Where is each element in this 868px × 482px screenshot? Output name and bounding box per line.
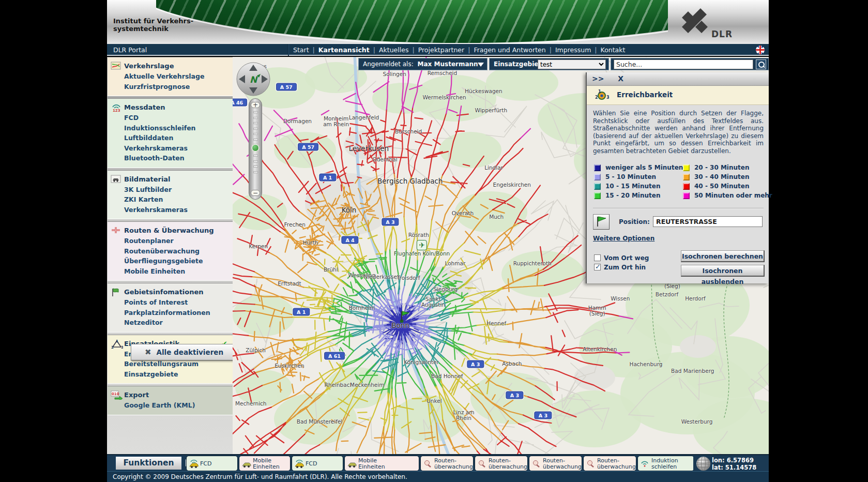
more-options-link[interactable]: Weitere Optionen	[593, 235, 654, 242]
functions-button[interactable]: Funktionen	[115, 456, 182, 471]
sidebar-item-berfliegungsgebiete[interactable]: Überfliegungsgebiete	[124, 256, 230, 266]
english-language-icon[interactable]	[756, 46, 765, 54]
legend-color-swatch	[594, 183, 601, 190]
zoom-ticks	[253, 111, 258, 176]
motorway-shield: A 3	[506, 391, 523, 399]
motorway-shield: A 57	[276, 83, 297, 91]
sidebar-item-luftbilddaten[interactable]: Luftbilddaten	[124, 133, 230, 143]
sidebar-header-gebietsinfomationen[interactable]: Gebietsinfomationen	[124, 287, 230, 297]
legend-color-swatch	[683, 183, 690, 190]
map-zoom-slider[interactable]: + −	[249, 98, 262, 200]
legend-label: 10 - 15 Minuten	[605, 183, 660, 190]
legend-color-swatch	[594, 192, 601, 199]
sidebar-header-messdaten[interactable]: Messdaten123	[124, 102, 230, 113]
nav-item-impressum[interactable]: Impressum	[555, 46, 591, 54]
nav-separator: |	[595, 46, 597, 54]
sidebar-header-bildmaterial[interactable]: Bildmaterial	[124, 174, 230, 185]
sidebar-item-fcd[interactable]: FCD	[124, 113, 230, 123]
magnifier-icon	[477, 459, 488, 469]
panel-collapse-icon[interactable]: >>	[592, 74, 604, 83]
function-tab-routen-berwachung[interactable]: Routen-überwachung	[475, 456, 528, 471]
sidebar-item-induktionsschleifen[interactable]: Induktionsschleifen	[124, 123, 230, 133]
motorway-shield: A 1	[293, 308, 310, 316]
position-input[interactable]	[653, 216, 763, 227]
legend-item: 15 - 20 Minuten	[594, 191, 682, 201]
sidebar-item-zki-karten[interactable]: ZKI Karten	[124, 194, 230, 205]
zoom-out-icon[interactable]: −	[251, 190, 260, 196]
page-header: Institut für Verkehrs- systemtechnik DLR	[107, 0, 769, 44]
checkbox-icon[interactable]	[594, 264, 601, 270]
sidebar-item-kurzfristprognose[interactable]: Kurzfristprognose	[124, 82, 230, 92]
map-pan-control[interactable]: N	[236, 62, 271, 99]
function-tab-fcd[interactable]: FCD	[292, 456, 343, 471]
position-flag-marker[interactable]	[400, 310, 410, 325]
nav-separator: |	[313, 46, 315, 54]
copyright-text: Copyright © 2009 Deutsches Zentrum für L…	[113, 473, 407, 480]
deactivate-all-button[interactable]: ✖Alle deaktivieren	[131, 344, 237, 360]
area-flag-icon	[111, 288, 122, 297]
sidebar-item-parkplatzinformationen[interactable]: Parkplatzinformationen	[124, 308, 230, 318]
airplane-icon: ✈	[417, 240, 427, 250]
logged-in-box[interactable]: Angemeldet als: Max Mustermann	[358, 58, 488, 70]
search-icon[interactable]	[756, 59, 766, 69]
sidebar-item-verkehrskameras[interactable]: Verkehrskameras	[124, 205, 230, 215]
legend-label: 30 - 40 Minuten	[694, 173, 749, 180]
sidebar-item-routenplaner[interactable]: Routenplaner	[124, 236, 230, 246]
function-tab-routen-berwachung[interactable]: Routen-überwachung	[529, 456, 582, 471]
nav-dlr-portal[interactable]: DLR Portal	[113, 44, 147, 56]
svg-text:010: 010	[112, 392, 119, 396]
sidebar-item-routen-berwachung[interactable]: Routenüberwachung	[124, 246, 230, 257]
nav-divider	[288, 44, 289, 56]
magnifier-icon	[531, 459, 542, 469]
legend-label: 15 - 20 Minuten	[605, 192, 660, 199]
sidebar-item-aktuelle-verkehrslage[interactable]: Aktuelle Verkehrslage	[124, 71, 230, 82]
zoom-in-icon[interactable]: +	[251, 102, 260, 108]
to-origin-checkbox[interactable]: Zum Ort hin	[594, 264, 646, 271]
nav-item-kontakt[interactable]: Kontakt	[601, 46, 626, 54]
function-tab-mobile-einheiten[interactable]: MobileEinheiten	[239, 456, 291, 471]
dlr-logo-icon: DLR	[680, 7, 717, 39]
function-tab-routen-berwachung[interactable]: Routen-überwachung	[420, 456, 474, 471]
set-flag-button[interactable]	[593, 214, 610, 230]
panel-header: >> X	[587, 72, 769, 86]
motorway-shield: A 3	[467, 360, 484, 368]
sidebar-item-3k-luftbilder[interactable]: 3K Luftbilder	[124, 185, 230, 195]
legend-item: 50 Minuten oder mehr	[683, 191, 765, 201]
sidebar-header-routen-berwachung[interactable]: Routen & Überwachung	[124, 225, 230, 236]
longitude-value: lon: 6.57869	[712, 457, 767, 464]
sidebar-section-bildmaterial: Bildmaterial3K LuftbilderZKI KartenVerke…	[108, 170, 233, 220]
function-tab-fcd[interactable]: FCD	[186, 456, 238, 471]
from-origin-checkbox[interactable]: Vom Ort weg	[594, 254, 649, 262]
zoom-knob[interactable]	[252, 144, 259, 152]
sidebar-item-mobile-einheiten[interactable]: Mobile Einheiten	[124, 266, 230, 277]
deployment-area-select[interactable]: test	[538, 59, 606, 69]
nav-item-start[interactable]: Start	[293, 46, 309, 54]
sidebar-item-verkehrskameras[interactable]: Verkehrskameras	[124, 143, 230, 154]
legend-color-swatch	[683, 164, 690, 171]
nav-item-fragen-und-antworten[interactable]: Fragen und Antworten	[474, 46, 545, 54]
user-dropdown-icon[interactable]	[478, 63, 484, 67]
svg-text:1: 1	[598, 89, 601, 94]
svg-text:2: 2	[595, 95, 598, 100]
sidebar-header-verkehrslage[interactable]: Verkehrslage	[124, 61, 230, 71]
panel-close-icon[interactable]: X	[618, 74, 623, 83]
magnifier-icon	[423, 459, 433, 469]
sidebar-item-google-earth-kml[interactable]: Google Earth (KML)	[124, 400, 230, 411]
calculate-isochrones-button[interactable]: Isochronen berechnen	[681, 250, 765, 262]
nav-item-kartenansicht[interactable]: Kartenansicht	[318, 46, 370, 54]
sidebar-header-export[interactable]: Export010	[124, 390, 230, 400]
function-tab-mobile-einheiten[interactable]: MobileEinheiten	[344, 456, 419, 471]
search-input[interactable]	[614, 59, 753, 69]
sidebar-item-einsatzgebiete[interactable]: Einsatzgebiete	[124, 369, 230, 380]
hide-isochrones-button[interactable]: Isochronen ausblenden	[681, 265, 765, 277]
sidebar-item-netzeditor[interactable]: Netzeditor	[124, 318, 230, 328]
function-tab-induktion-schleifen[interactable]: Induktionschleifen	[637, 456, 694, 471]
function-tab-routen-berwachung[interactable]: Routen-überwachung	[583, 456, 636, 471]
sidebar-item-points-of-interest[interactable]: Points of Interest	[124, 297, 230, 308]
nav-item-projektpartner[interactable]: Projektpartner	[418, 46, 465, 54]
svg-text:2: 2	[111, 345, 114, 349]
checkbox-icon[interactable]	[594, 254, 601, 261]
nav-item-aktuelles[interactable]: Aktuelles	[379, 46, 408, 54]
svg-text:3: 3	[121, 345, 123, 349]
sidebar-item-bluetooth-daten[interactable]: Bluetooth-Daten	[124, 153, 230, 163]
